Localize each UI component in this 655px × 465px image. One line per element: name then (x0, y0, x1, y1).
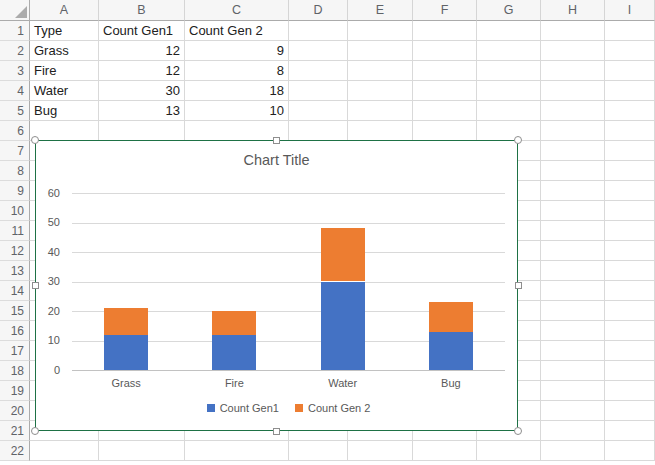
cell-B1[interactable]: Count Gen1 (99, 21, 185, 41)
cell-I19[interactable] (605, 381, 655, 401)
cell-G2[interactable] (477, 41, 541, 61)
cell-I12[interactable] (605, 241, 655, 261)
cell-I18[interactable] (605, 361, 655, 381)
cell-I21[interactable] (605, 421, 655, 441)
cell-C1[interactable]: Count Gen 2 (185, 21, 289, 41)
x-axis-label-bug[interactable]: Bug (406, 377, 496, 390)
selection-handle-middle-left[interactable] (32, 282, 39, 289)
cell-I17[interactable] (605, 341, 655, 361)
cell-D5[interactable] (289, 101, 348, 121)
row-header-20[interactable]: 20 (0, 401, 30, 421)
row-header-22[interactable]: 22 (0, 441, 30, 461)
cell-I14[interactable] (605, 281, 655, 301)
row-header-6[interactable]: 6 (0, 121, 30, 141)
column-header-E[interactable]: E (348, 0, 413, 21)
cell-G1[interactable] (477, 21, 541, 41)
cell-H10[interactable] (541, 201, 605, 221)
cell-G5[interactable] (477, 101, 541, 121)
cell-F6[interactable] (413, 121, 477, 141)
cell-E3[interactable] (348, 61, 413, 81)
cell-B3[interactable]: 12 (99, 61, 185, 81)
cell-H1[interactable] (541, 21, 605, 41)
cell-A22[interactable] (30, 441, 99, 461)
cell-H2[interactable] (541, 41, 605, 61)
cell-D3[interactable] (289, 61, 348, 81)
cell-C4[interactable]: 18 (185, 81, 289, 101)
cell-I10[interactable] (605, 201, 655, 221)
cell-H19[interactable] (541, 381, 605, 401)
bar-segment-water-count-gen-2[interactable] (321, 228, 365, 281)
cell-I2[interactable] (605, 41, 655, 61)
cell-B5[interactable]: 13 (99, 101, 185, 121)
row-header-1[interactable]: 1 (0, 21, 30, 41)
bar-segment-bug-count-gen-2[interactable] (429, 302, 473, 332)
cell-H22[interactable] (541, 441, 605, 461)
cell-E4[interactable] (348, 81, 413, 101)
row-header-8[interactable]: 8 (0, 161, 30, 181)
cell-G6[interactable] (477, 121, 541, 141)
column-header-C[interactable]: C (185, 0, 289, 21)
cell-C3[interactable]: 8 (185, 61, 289, 81)
cell-I9[interactable] (605, 181, 655, 201)
bar-segment-water-count-gen1[interactable] (321, 282, 365, 371)
cell-H13[interactable] (541, 261, 605, 281)
cell-I1[interactable] (605, 21, 655, 41)
cell-G22[interactable] (477, 441, 541, 461)
row-header-21[interactable]: 21 (0, 421, 30, 441)
cell-E22[interactable] (348, 441, 413, 461)
column-header-F[interactable]: F (413, 0, 477, 21)
bar-segment-grass-count-gen1[interactable] (104, 335, 148, 370)
row-header-18[interactable]: 18 (0, 361, 30, 381)
cell-F3[interactable] (413, 61, 477, 81)
selection-handle-middle-right[interactable] (515, 282, 522, 289)
cell-H14[interactable] (541, 281, 605, 301)
column-header-G[interactable]: G (477, 0, 541, 21)
cell-H4[interactable] (541, 81, 605, 101)
row-header-2[interactable]: 2 (0, 41, 30, 61)
cell-I15[interactable] (605, 301, 655, 321)
cell-I16[interactable] (605, 321, 655, 341)
cell-F5[interactable] (413, 101, 477, 121)
cell-A1[interactable]: Type (30, 21, 99, 41)
cell-F1[interactable] (413, 21, 477, 41)
row-header-3[interactable]: 3 (0, 61, 30, 81)
column-header-I[interactable]: I (605, 0, 655, 21)
cell-F22[interactable] (413, 441, 477, 461)
selection-handle-top-left[interactable] (31, 136, 39, 144)
x-axis-label-fire[interactable]: Fire (189, 377, 279, 390)
cell-I6[interactable] (605, 121, 655, 141)
cell-A4[interactable]: Water (30, 81, 99, 101)
cell-E6[interactable] (348, 121, 413, 141)
cell-H11[interactable] (541, 221, 605, 241)
cell-H6[interactable] (541, 121, 605, 141)
selection-handle-bottom-right[interactable] (514, 427, 522, 435)
cell-I7[interactable] (605, 141, 655, 161)
y-axis-label-30[interactable]: 30 (36, 275, 60, 288)
selection-handle-top-middle[interactable] (273, 137, 280, 144)
cell-I5[interactable] (605, 101, 655, 121)
cell-C22[interactable] (185, 441, 289, 461)
cell-I3[interactable] (605, 61, 655, 81)
row-header-16[interactable]: 16 (0, 321, 30, 341)
cell-D22[interactable] (289, 441, 348, 461)
cell-H21[interactable] (541, 421, 605, 441)
cell-B4[interactable]: 30 (99, 81, 185, 101)
selection-handle-top-right[interactable] (514, 136, 522, 144)
cell-B2[interactable]: 12 (99, 41, 185, 61)
cell-I22[interactable] (605, 441, 655, 461)
selection-handle-bottom-middle[interactable] (273, 428, 280, 435)
legend-item-count-gen-2[interactable]: Count Gen 2 (295, 402, 370, 414)
cell-C2[interactable]: 9 (185, 41, 289, 61)
cell-A2[interactable]: Grass (30, 41, 99, 61)
row-header-14[interactable]: 14 (0, 281, 30, 301)
column-header-H[interactable]: H (541, 0, 605, 21)
row-header-19[interactable]: 19 (0, 381, 30, 401)
bar-segment-fire-count-gen1[interactable] (212, 335, 256, 370)
column-header-B[interactable]: B (99, 0, 185, 21)
chart-legend[interactable]: Count Gen1Count Gen 2 (72, 402, 505, 414)
column-header-A[interactable]: A (30, 0, 99, 21)
cell-H18[interactable] (541, 361, 605, 381)
y-axis-label-50[interactable]: 50 (36, 216, 60, 229)
cell-A3[interactable]: Fire (30, 61, 99, 81)
chart[interactable]: Chart Title 0102030405060GrassFireWaterB… (35, 140, 518, 431)
